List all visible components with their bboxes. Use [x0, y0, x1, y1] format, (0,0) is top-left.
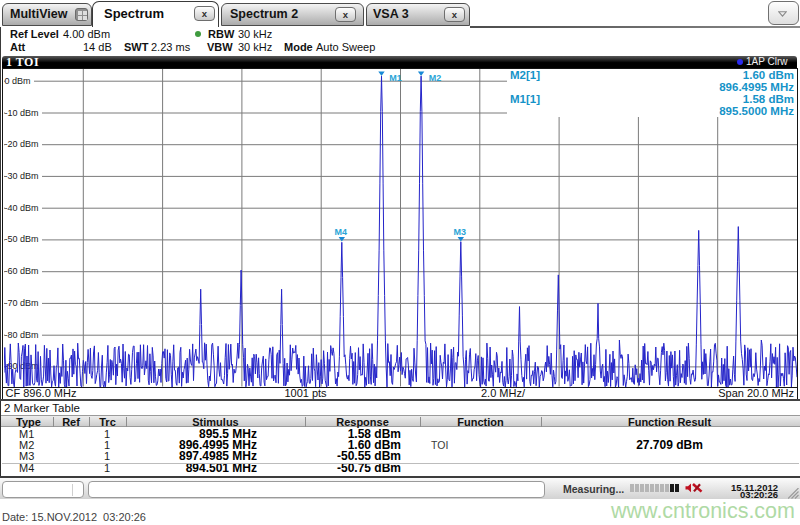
- svg-text:M1: M1: [389, 73, 402, 83]
- svg-text:M3: M3: [453, 227, 466, 237]
- svg-text:M2: M2: [428, 73, 441, 83]
- svg-text:M4: M4: [334, 227, 347, 237]
